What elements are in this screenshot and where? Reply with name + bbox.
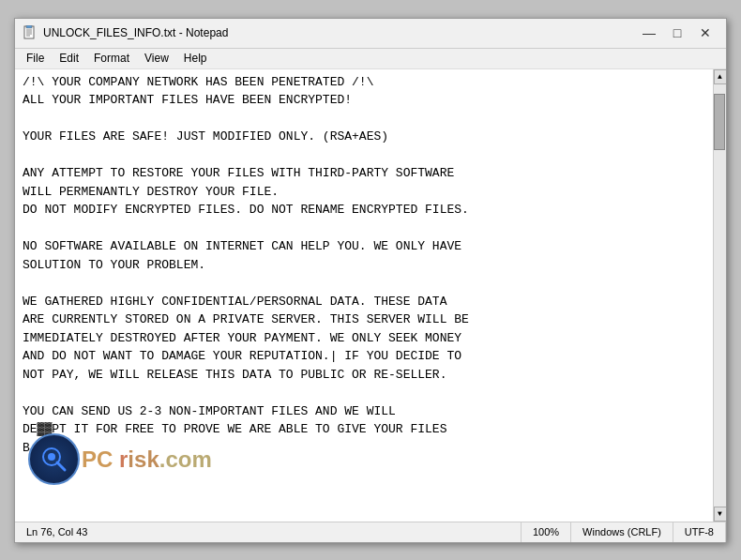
zoom-level: 100%: [533, 526, 559, 537]
close-button[interactable]: ✕: [692, 23, 718, 43]
editor-area: /!\ YOUR COMPANY NETWORK HAS BEEN PENETR…: [15, 69, 726, 522]
window-title: UNLOCK_FILES_INFO.txt - Notepad: [43, 26, 636, 39]
status-position: Ln 76, Col 43: [15, 522, 522, 542]
notepad-window: UNLOCK_FILES_INFO.txt - Notepad — □ ✕ Fi…: [14, 18, 727, 543]
status-zoom: 100%: [522, 522, 571, 542]
title-bar: UNLOCK_FILES_INFO.txt - Notepad — □ ✕: [15, 19, 726, 49]
menu-format[interactable]: Format: [86, 50, 137, 67]
svg-rect-1: [26, 25, 32, 28]
status-bar: Ln 76, Col 43 100% Windows (CRLF) UTF-8: [15, 522, 726, 542]
menu-bar: File Edit Format View Help: [15, 49, 726, 69]
scroll-thumb[interactable]: [714, 94, 725, 150]
menu-edit[interactable]: Edit: [52, 50, 86, 67]
minimize-button[interactable]: —: [636, 23, 662, 43]
menu-help[interactable]: Help: [176, 50, 215, 67]
text-editor[interactable]: /!\ YOUR COMPANY NETWORK HAS BEEN PENETR…: [15, 69, 713, 522]
status-line-endings: Windows (CRLF): [571, 522, 673, 542]
menu-file[interactable]: File: [19, 50, 52, 67]
scroll-track[interactable]: [714, 84, 726, 507]
window-controls: — □ ✕: [636, 23, 718, 43]
maximize-button[interactable]: □: [664, 23, 690, 43]
encoding: UTF-8: [685, 526, 714, 537]
line-endings: Windows (CRLF): [582, 526, 661, 537]
status-encoding: UTF-8: [673, 522, 726, 542]
notepad-icon: [23, 25, 38, 40]
scroll-up-arrow[interactable]: ▲: [714, 69, 727, 84]
cursor-position: Ln 76, Col 43: [26, 526, 87, 537]
scroll-down-arrow[interactable]: ▼: [714, 507, 727, 522]
vertical-scrollbar[interactable]: ▲ ▼: [713, 69, 726, 522]
menu-view[interactable]: View: [137, 50, 176, 67]
